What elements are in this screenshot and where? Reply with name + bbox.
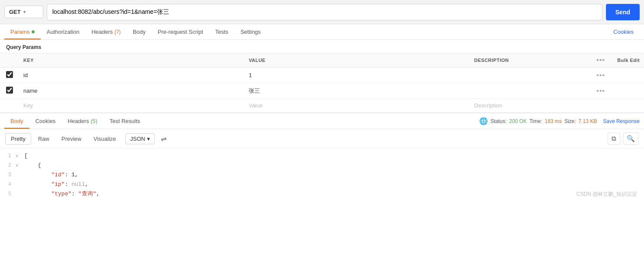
response-section: Body Cookies Headers (5) Test Results 🌐 … bbox=[0, 113, 644, 201]
tab-params[interactable]: Params bbox=[4, 24, 41, 39]
tab-settings[interactable]: Settings bbox=[234, 24, 267, 39]
row-more-id[interactable]: ••• bbox=[592, 68, 609, 83]
row-key-name[interactable]: name bbox=[19, 83, 244, 99]
row-bulk-id bbox=[609, 68, 644, 83]
top-bar: GET ▾ Send bbox=[0, 0, 644, 24]
save-response-button[interactable]: Save Response bbox=[603, 118, 640, 124]
col-header-value: VALUE bbox=[244, 53, 470, 68]
empty-check bbox=[0, 99, 19, 113]
request-tabs-row: Params Authorization Headers (7) Body Pr… bbox=[0, 24, 644, 40]
search-button[interactable]: 🔍 bbox=[623, 133, 639, 145]
resp-tab-headers[interactable]: Headers (5) bbox=[62, 113, 104, 129]
code-line-5: 5 "type": "查询", bbox=[0, 189, 644, 199]
status-value: 200 OK bbox=[509, 118, 527, 124]
tab-tests[interactable]: Tests bbox=[209, 24, 234, 39]
col-header-bulk[interactable]: Bulk Edit bbox=[609, 53, 644, 68]
row-more-name[interactable]: ••• bbox=[592, 83, 609, 99]
tab-headers[interactable]: Headers (7) bbox=[86, 24, 127, 39]
row-desc-name[interactable] bbox=[470, 83, 592, 99]
col-header-desc: DESCRIPTION bbox=[470, 53, 592, 68]
fmt-tab-pretty[interactable]: Pretty bbox=[5, 133, 31, 145]
lang-label: JSON bbox=[130, 136, 145, 142]
empty-value[interactable]: Value bbox=[244, 99, 470, 113]
time-value: 183 ms bbox=[545, 118, 562, 124]
method-select[interactable]: GET ▾ bbox=[4, 6, 43, 18]
empty-desc[interactable]: Description bbox=[470, 99, 592, 113]
url-input[interactable] bbox=[47, 4, 602, 20]
tab-body[interactable]: Body bbox=[127, 24, 152, 39]
size-label: Size: bbox=[564, 118, 576, 124]
row-value-name[interactable]: 张三 bbox=[244, 83, 470, 99]
table-row: name 张三 ••• bbox=[0, 83, 644, 99]
response-meta: 🌐 Status: 200 OK Time: 183 ms Size: 7.13… bbox=[479, 117, 640, 125]
code-line-1: 1 ∨ [ bbox=[0, 151, 644, 161]
send-button[interactable]: Send bbox=[606, 4, 640, 20]
resp-tab-body[interactable]: Body bbox=[4, 113, 29, 129]
row-checkbox-id[interactable] bbox=[0, 68, 19, 83]
empty-more bbox=[592, 99, 609, 113]
tab-cookies-request[interactable]: Cookies bbox=[607, 24, 640, 39]
fold-icon-2[interactable]: ∨ bbox=[16, 161, 23, 170]
params-table: KEY VALUE DESCRIPTION ••• Bulk Edit id 1… bbox=[0, 53, 644, 113]
table-row-empty: Key Value Description bbox=[0, 99, 644, 113]
query-params-label: Query Params bbox=[0, 40, 644, 53]
code-area: 1 ∨ [ 2 ∨ { 3 "id": 1, 4 "ip": null, bbox=[0, 149, 644, 201]
empty-key[interactable]: Key bbox=[19, 99, 244, 113]
fold-icon-1[interactable]: ∨ bbox=[16, 151, 23, 160]
col-header-check bbox=[0, 53, 19, 68]
row-key-id[interactable]: id bbox=[19, 68, 244, 83]
code-line-3: 3 "id": 1, bbox=[0, 170, 644, 180]
resp-tab-test-results[interactable]: Test Results bbox=[103, 113, 146, 129]
tab-pre-request[interactable]: Pre-request Script bbox=[152, 24, 209, 39]
time-label: Time: bbox=[529, 118, 542, 124]
size-value: 7.13 KB bbox=[579, 118, 597, 124]
fmt-tab-raw[interactable]: Raw bbox=[33, 133, 54, 144]
copy-button[interactable]: ⧉ bbox=[608, 133, 620, 145]
checkbox-id[interactable] bbox=[6, 71, 13, 78]
tab-authorization[interactable]: Authorization bbox=[41, 24, 86, 39]
resp-tab-cookies[interactable]: Cookies bbox=[29, 113, 62, 129]
fmt-tab-visualize[interactable]: Visualize bbox=[88, 133, 121, 144]
method-chevron: ▾ bbox=[23, 10, 26, 14]
empty-bulk bbox=[609, 99, 644, 113]
row-checkbox-name[interactable] bbox=[0, 83, 19, 99]
code-line-4: 4 "ip": null, bbox=[0, 180, 644, 189]
row-value-id[interactable]: 1 bbox=[244, 68, 470, 83]
lang-chevron: ▾ bbox=[147, 136, 150, 142]
params-dot bbox=[32, 30, 35, 33]
method-label: GET bbox=[9, 9, 21, 15]
globe-icon: 🌐 bbox=[479, 117, 488, 125]
row-desc-id[interactable] bbox=[470, 68, 592, 83]
wrap-icon[interactable]: ⇌ bbox=[158, 133, 169, 145]
checkbox-name[interactable] bbox=[6, 87, 13, 94]
fmt-tab-preview[interactable]: Preview bbox=[56, 133, 87, 144]
col-header-key: KEY bbox=[19, 53, 244, 68]
response-tabs-bar: Body Cookies Headers (5) Test Results 🌐 … bbox=[0, 113, 644, 129]
table-row: id 1 ••• bbox=[0, 68, 644, 83]
col-header-more: ••• bbox=[592, 53, 609, 68]
lang-select[interactable]: JSON ▾ bbox=[125, 133, 155, 144]
watermark: CSDN @林立鹏_知识沉淀 bbox=[577, 191, 637, 198]
format-bar: Pretty Raw Preview Visualize JSON ▾ ⇌ ⧉ … bbox=[0, 129, 644, 149]
row-bulk-name bbox=[609, 83, 644, 99]
status-label: Status: bbox=[490, 118, 506, 124]
format-bar-right: ⧉ 🔍 bbox=[608, 133, 639, 145]
code-line-2: 2 ∨ { bbox=[0, 161, 644, 170]
